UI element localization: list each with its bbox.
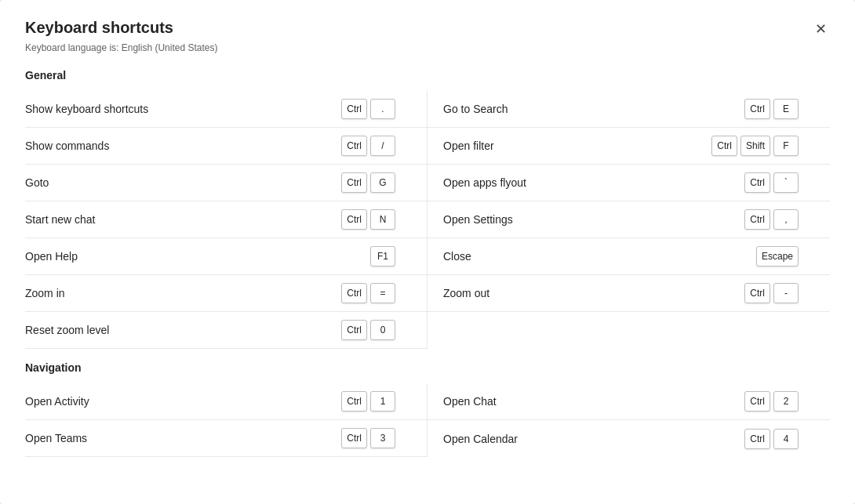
key-badge: 2 <box>773 391 799 412</box>
keys-group: Ctrl- <box>744 283 799 303</box>
key-badge: . <box>370 99 395 119</box>
key-badge: - <box>773 283 799 303</box>
key-badge: Ctrl <box>341 99 367 119</box>
key-badge: Ctrl <box>341 136 367 156</box>
keys-group: CtrlShiftF <box>711 136 799 156</box>
keys-group: CtrlN <box>341 209 395 230</box>
shortcut-label: Zoom out <box>443 287 489 299</box>
shortcut-row: Open ActivityCtrl1 <box>25 383 428 420</box>
shortcut-row: Open TeamsCtrl3 <box>25 420 428 457</box>
key-badge: 1 <box>370 391 395 412</box>
shortcut-label: Open filter <box>443 140 494 152</box>
shortcut-row: Show commandsCtrl/ <box>25 128 428 165</box>
shortcut-label: Show keyboard shortcuts <box>25 103 148 115</box>
key-badge: Ctrl <box>341 391 367 412</box>
shortcut-label: Show commands <box>25 140 109 152</box>
key-badge: = <box>370 283 395 303</box>
keys-group: Ctrl/ <box>341 136 395 156</box>
shortcut-label: Open Teams <box>25 432 87 444</box>
keys-group: Ctrl0 <box>341 320 395 340</box>
shortcut-row: Start new chatCtrlN <box>25 201 428 238</box>
key-badge: Ctrl <box>341 428 367 448</box>
keys-group: F1 <box>370 246 395 267</box>
section-title-general: General <box>25 69 830 82</box>
keys-group: Ctrl4 <box>744 429 799 449</box>
shortcut-row: Reset zoom levelCtrl0 <box>25 312 428 349</box>
key-badge: Ctrl <box>744 172 770 193</box>
shortcuts-grid-general: Show keyboard shortcutsCtrl.Go to Search… <box>25 91 830 349</box>
close-button[interactable]: ✕ <box>812 19 830 39</box>
key-badge: F <box>773 136 799 156</box>
key-badge: N <box>370 209 395 230</box>
shortcut-label: Start new chat <box>25 213 96 226</box>
key-badge: Shift <box>740 136 770 156</box>
shortcut-label: Open apps flyout <box>443 176 526 189</box>
shortcut-row: Open filterCtrlShiftF <box>428 128 830 165</box>
shortcut-label: Reset zoom level <box>25 324 109 336</box>
section-title-navigation: Navigation <box>25 361 830 374</box>
shortcut-label: Open Activity <box>25 395 89 408</box>
shortcut-row: Zoom outCtrl- <box>428 275 830 312</box>
key-badge: Ctrl <box>341 172 367 193</box>
dialog-header: Keyboard shortcuts ✕ <box>25 19 830 39</box>
shortcut-label: Open Help <box>25 250 78 263</box>
key-badge: E <box>773 99 799 119</box>
shortcut-row: Open ChatCtrl2 <box>428 383 830 420</box>
key-badge: Ctrl <box>744 429 770 449</box>
keyboard-shortcuts-dialog: Keyboard shortcuts ✕ Keyboard language i… <box>0 0 855 504</box>
key-badge: ` <box>773 172 799 193</box>
key-badge: Ctrl <box>744 283 770 303</box>
key-badge: G <box>370 172 395 193</box>
shortcut-label: Goto <box>25 176 49 189</box>
keys-group: Ctrl= <box>341 283 395 303</box>
shortcut-row <box>428 312 830 349</box>
key-badge: 3 <box>370 428 395 448</box>
key-badge: Ctrl <box>341 320 367 340</box>
shortcuts-grid-navigation: Open ActivityCtrl1Open ChatCtrl2Open Tea… <box>25 383 830 457</box>
shortcut-label: Zoom in <box>25 287 65 299</box>
shortcut-row: Go to SearchCtrlE <box>428 91 830 128</box>
keys-group: Ctrl3 <box>341 428 395 448</box>
key-badge: / <box>370 136 395 156</box>
shortcut-row: Open CalendarCtrl4 <box>428 420 830 457</box>
shortcut-row: Open HelpF1 <box>25 238 428 275</box>
dialog-title: Keyboard shortcuts <box>25 19 173 37</box>
shortcut-label: Go to Search <box>443 103 508 115</box>
shortcut-label: Open Chat <box>443 395 497 408</box>
key-badge: Ctrl <box>711 136 737 156</box>
keys-group: Ctrl2 <box>744 391 799 412</box>
keys-group: Ctrl. <box>341 99 395 119</box>
shortcut-row: Show keyboard shortcutsCtrl. <box>25 91 428 128</box>
keys-group: Escape <box>756 246 799 267</box>
keys-group: CtrlE <box>744 99 799 119</box>
keys-group: Ctrl, <box>744 209 799 230</box>
keys-group: Ctrl1 <box>341 391 395 412</box>
key-badge: F1 <box>370 246 395 267</box>
shortcut-row: Open SettingsCtrl, <box>428 201 830 238</box>
shortcut-label: Open Settings <box>443 213 513 226</box>
shortcut-label: Open Calendar <box>443 433 518 445</box>
key-badge: , <box>773 209 799 230</box>
key-badge: Escape <box>756 246 799 267</box>
shortcut-label: Close <box>443 250 471 263</box>
key-badge: Ctrl <box>744 99 770 119</box>
key-badge: Ctrl <box>341 209 367 230</box>
keys-group: Ctrl` <box>744 172 799 193</box>
shortcut-row: Open apps flyoutCtrl` <box>428 165 830 201</box>
dialog-subtitle: Keyboard language is: English (United St… <box>25 42 830 53</box>
key-badge: Ctrl <box>744 209 770 230</box>
key-badge: 4 <box>773 429 799 449</box>
shortcut-row: GotoCtrlG <box>25 165 428 201</box>
key-badge: 0 <box>370 320 395 340</box>
keys-group: CtrlG <box>341 172 395 193</box>
key-badge: Ctrl <box>341 283 367 303</box>
shortcut-row: Zoom inCtrl= <box>25 275 428 312</box>
shortcut-row: CloseEscape <box>428 238 830 275</box>
key-badge: Ctrl <box>744 391 770 412</box>
